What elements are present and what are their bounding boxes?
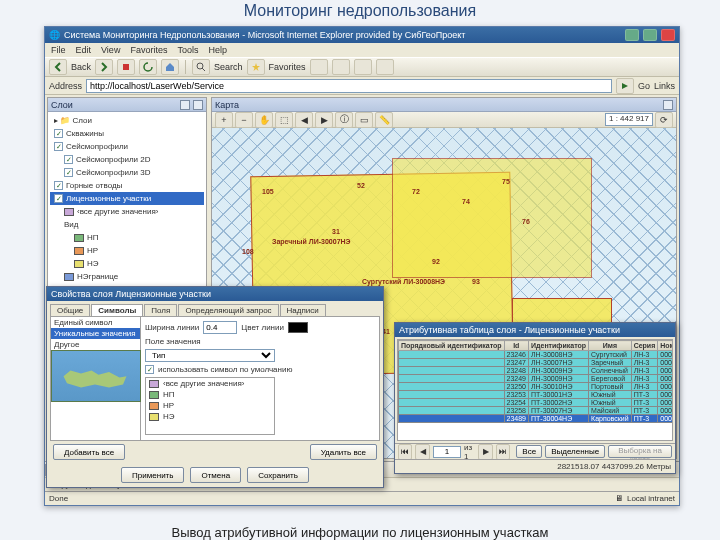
scale-display[interactable]: 1 : 442 917 xyxy=(605,113,653,126)
ie-statusbar: Done 🖥 Local intranet xyxy=(45,491,679,505)
table-row[interactable]: 23489ПТ-30004НЭКарповскийПТ-300004НЭКарп… xyxy=(399,415,674,423)
layer-item[interactable]: ✓Горные отводы xyxy=(50,179,204,192)
stop-button[interactable] xyxy=(117,59,135,75)
ie-toolbar: Back Search Favorites xyxy=(45,57,679,77)
next-extent-icon[interactable]: ▶ xyxy=(315,112,333,128)
layer-item[interactable]: ✓Лицензионные участки xyxy=(50,192,204,205)
last-page-button[interactable]: ⏭ xyxy=(496,444,510,460)
table-row[interactable]: 23248ЛН-30009НЭСолнечныйЛН-300009НЭСолне… xyxy=(399,367,674,375)
table-row[interactable]: 23246ЛН-30008НЭСургутскийЛН-300008НЭСург… xyxy=(399,351,674,359)
table-row[interactable]: 23249ЛН-30009НЭБереговойЛН-300009НЭБерег… xyxy=(399,375,674,383)
address-input[interactable] xyxy=(86,79,612,93)
map-label: Заречный ЛИ-30007НЭ xyxy=(272,238,351,245)
default-checkbox[interactable]: ✓ xyxy=(145,365,154,374)
map-panel-tool-icon[interactable] xyxy=(663,100,673,110)
extent-icon[interactable]: ⬚ xyxy=(275,112,293,128)
remove-all-button[interactable]: Удалить все xyxy=(310,444,377,460)
zoom-in-icon[interactable]: + xyxy=(215,112,233,128)
column-header[interactable]: Id xyxy=(504,341,528,351)
window-title: Система Мониторинга Недропользования - M… xyxy=(64,30,465,40)
table-row[interactable]: 23247ЛН-30007НЭЗаречныйЛН-300007НЭЗаречн… xyxy=(399,359,674,367)
layer-item[interactable]: НР xyxy=(50,244,204,257)
mail-button[interactable] xyxy=(354,59,372,75)
menu-edit[interactable]: Edit xyxy=(76,45,92,55)
tab-fields[interactable]: Поля xyxy=(144,304,177,316)
renderer-list[interactable]: Единый символ Уникальные значения Другое xyxy=(51,317,141,440)
links-label[interactable]: Links xyxy=(654,81,675,91)
address-bar: Address Go Links xyxy=(45,77,679,95)
back-button[interactable] xyxy=(49,59,67,75)
close-button[interactable] xyxy=(661,29,675,41)
home-button[interactable] xyxy=(161,59,179,75)
column-header[interactable]: Порядковый идентификатор xyxy=(399,341,505,351)
map-title: Карта xyxy=(215,100,239,110)
favorites-icon[interactable] xyxy=(247,59,265,75)
layer-item[interactable]: ✓Сейсмопрофили 3D xyxy=(50,166,204,179)
forward-button[interactable] xyxy=(95,59,113,75)
page-input[interactable] xyxy=(433,446,461,458)
refresh-button[interactable] xyxy=(139,59,157,75)
maximize-button[interactable] xyxy=(643,29,657,41)
linewidth-input[interactable] xyxy=(203,321,237,334)
values-table[interactable]: ‹все другие значения›НПНРНЭ xyxy=(145,377,275,435)
apply-button[interactable]: Применить xyxy=(121,467,184,483)
column-header[interactable]: Номер xyxy=(658,341,673,351)
save-button[interactable]: Сохранить xyxy=(247,467,309,483)
zone-icon: 🖥 xyxy=(615,494,623,503)
table-row[interactable]: 23258ПТ-30007НЭМайскийПТ-300007НЭМайский… xyxy=(399,407,674,415)
tab-query[interactable]: Определяющий запрос xyxy=(178,304,278,316)
layer-item[interactable]: ✓Сейсмопрофили xyxy=(50,140,204,153)
show-all-button[interactable]: Все xyxy=(516,445,542,458)
column-header[interactable]: Серия xyxy=(631,341,658,351)
column-header[interactable]: Имя xyxy=(589,341,632,351)
history-button[interactable] xyxy=(332,59,350,75)
linecolor-chip[interactable] xyxy=(288,322,308,333)
menu-help[interactable]: Help xyxy=(208,45,227,55)
map-refresh-icon[interactable]: ⟳ xyxy=(655,112,673,128)
prev-page-button[interactable]: ◀ xyxy=(415,444,429,460)
menu-view[interactable]: View xyxy=(101,45,120,55)
media-button[interactable] xyxy=(310,59,328,75)
cancel-button[interactable]: Отмена xyxy=(190,467,241,483)
layer-item[interactable]: ✓Сейсмопрофили 2D xyxy=(50,153,204,166)
ie-status-text: Done xyxy=(49,494,68,503)
field-label: Поле значения xyxy=(145,337,201,346)
field-select[interactable]: Тип xyxy=(145,349,275,362)
menu-tools[interactable]: Tools xyxy=(177,45,198,55)
linewidth-label: Ширина линии xyxy=(145,323,199,332)
layer-item[interactable]: ‹все другие значения› xyxy=(50,205,204,218)
pan-icon[interactable]: ✋ xyxy=(255,112,273,128)
tab-symbols[interactable]: Символы xyxy=(91,304,143,316)
menu-favorites[interactable]: Favorites xyxy=(130,45,167,55)
menu-file[interactable]: File xyxy=(51,45,66,55)
panel-close-icon[interactable] xyxy=(193,100,203,110)
add-all-button[interactable]: Добавить все xyxy=(53,444,125,460)
zoom-out-icon[interactable]: − xyxy=(235,112,253,128)
layer-item[interactable]: Вид xyxy=(50,218,204,231)
panel-tool-icon[interactable] xyxy=(180,100,190,110)
minimize-button[interactable] xyxy=(625,29,639,41)
next-page-button[interactable]: ▶ xyxy=(478,444,492,460)
show-selected-button[interactable]: Выделенные xyxy=(545,445,605,458)
layer-item[interactable]: НП xyxy=(50,231,204,244)
print-button[interactable] xyxy=(376,59,394,75)
layer-item[interactable]: НЭ xyxy=(50,257,204,270)
go-button[interactable] xyxy=(616,78,634,94)
identify-icon[interactable]: ⓘ xyxy=(335,112,353,128)
page-of: из 1 xyxy=(464,443,476,461)
table-row[interactable]: 23253ПТ-30001НЭЮжныйПТ-300001НЭЮжный ПТ-… xyxy=(399,391,674,399)
measure-icon[interactable]: 📏 xyxy=(375,112,393,128)
layer-item[interactable]: ✓Скважины xyxy=(50,127,204,140)
column-header[interactable]: Идентификатор xyxy=(529,341,589,351)
tab-general[interactable]: Общие xyxy=(50,304,90,316)
prev-extent-icon[interactable]: ◀ xyxy=(295,112,313,128)
select-icon[interactable]: ▭ xyxy=(355,112,373,128)
table-row[interactable]: 23254ПТ-30002НЭЮжныйПТ-300002НЭЮжный ПТ-… xyxy=(399,399,674,407)
first-page-button[interactable]: ⏮ xyxy=(398,444,412,460)
search-icon[interactable] xyxy=(192,59,210,75)
attr-grid[interactable]: Порядковый идентификаторIdИдентификаторИ… xyxy=(397,339,673,441)
tab-labels[interactable]: Надписи xyxy=(280,304,326,316)
table-row[interactable]: 23250ЛН-30010НЭПортовыйЛН-300010НЭПортов… xyxy=(399,383,674,391)
layer-item[interactable]: НЭгранице xyxy=(50,270,204,283)
show-filtered-button[interactable]: Выборка на карте xyxy=(608,445,672,458)
